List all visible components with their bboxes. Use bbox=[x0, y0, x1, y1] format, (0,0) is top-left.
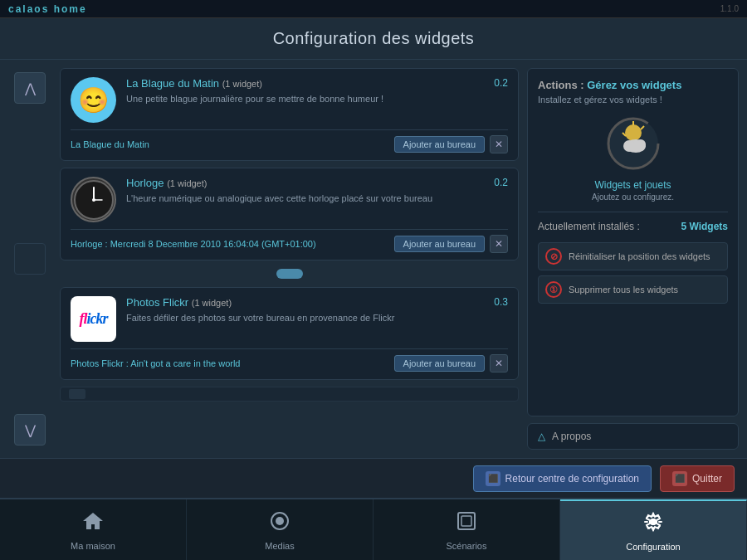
left-sidebar: ⋀ ⋁ bbox=[8, 68, 51, 450]
widget-title-flickr: Photos Flickr (1 widget) bbox=[126, 296, 484, 309]
widget-list: 😊 La Blague du Matin (1 widget) Une peti… bbox=[60, 68, 519, 450]
page-title: Configuration des widgets bbox=[273, 29, 475, 48]
svg-rect-17 bbox=[461, 516, 471, 526]
widget-status-flickr: Photos Flickr : Ain't got a care in the … bbox=[71, 358, 240, 368]
delete-all-button[interactable]: ① Supprimer tous les widgets bbox=[538, 275, 728, 304]
return-button[interactable]: ⬛ Retour centre de configuration bbox=[473, 465, 652, 492]
installed-row: Actuellement installés : 5 Widgets bbox=[538, 212, 728, 232]
widget-info-blague: La Blague du Matin (1 widget) Une petite… bbox=[126, 77, 484, 105]
weather-widget-sublabel: Ajoutez ou configurez. bbox=[538, 192, 728, 202]
nav-label-scenarios: Scénarios bbox=[447, 541, 487, 551]
svg-rect-22 bbox=[644, 521, 648, 523]
scroll-indicator bbox=[14, 243, 46, 275]
circle-icon bbox=[268, 509, 291, 538]
topbar: calaos home 1.1.0 bbox=[0, 0, 747, 18]
delete-icon: ① bbox=[545, 281, 562, 298]
svg-point-15 bbox=[276, 517, 284, 525]
reset-position-button[interactable]: ⊘ Réinitialiser la position des widgets bbox=[538, 242, 728, 270]
widget-info-horloge: Horloge (1 widget) L'heure numérique ou … bbox=[126, 177, 484, 205]
main-content: ⋀ ⋁ 😊 La Blague du Matin (1 widget) Une … bbox=[0, 60, 747, 458]
actions-title: Actions : Gérez vos widgets bbox=[538, 79, 728, 91]
topbar-logo: calaos home bbox=[8, 3, 87, 15]
apropos-label: A propos bbox=[552, 431, 591, 442]
svg-rect-21 bbox=[652, 527, 654, 531]
widget-bottom-horloge: Horloge : Mercredi 8 Decembre 2010 16:04… bbox=[71, 229, 508, 253]
widget-card-partial bbox=[60, 387, 519, 402]
close-horloge-button[interactable]: ✕ bbox=[490, 235, 508, 253]
svg-rect-16 bbox=[458, 513, 475, 529]
widget-status-horloge: Horloge : Mercredi 8 Decembre 2010 16:04… bbox=[71, 239, 316, 249]
navbar: Ma maison Medias Scénarios bbox=[0, 498, 747, 560]
svg-marker-13 bbox=[83, 513, 103, 529]
widget-icon-flickr: flickr bbox=[71, 296, 116, 342]
widget-status-blague: La Blague du Matin bbox=[71, 139, 149, 149]
svg-rect-20 bbox=[652, 513, 654, 517]
widget-card-horloge: Horloge (1 widget) L'heure numérique ou … bbox=[60, 168, 519, 261]
widget-version-horloge: 0.2 bbox=[494, 177, 508, 188]
widget-desc-horloge: L'heure numérique ou analogique avec cet… bbox=[126, 192, 484, 205]
weather-widget-label: Widgets et jouets bbox=[538, 179, 728, 191]
svg-point-11 bbox=[623, 140, 635, 152]
square-icon bbox=[455, 509, 478, 538]
svg-point-3 bbox=[92, 198, 95, 202]
scroll-thumb-area bbox=[60, 269, 519, 279]
gear-icon bbox=[642, 510, 665, 538]
nav-label-configuration: Configuration bbox=[626, 542, 680, 552]
svg-point-19 bbox=[650, 519, 657, 525]
svg-point-12 bbox=[636, 139, 646, 149]
house-icon bbox=[81, 509, 105, 538]
actions-subtitle: Installez et gérez vos widgets ! bbox=[538, 95, 728, 105]
bottom-toolbar: ⬛ Retour centre de configuration ⬛ Quitt… bbox=[0, 458, 747, 498]
add-bureau-horloge-button[interactable]: Ajouter au bureau bbox=[394, 236, 485, 252]
nav-item-medias[interactable]: Medias bbox=[187, 499, 374, 560]
nav-label-medias: Medias bbox=[265, 541, 294, 551]
scroll-thumb bbox=[276, 269, 303, 279]
nav-label-mamaison: Ma maison bbox=[71, 541, 115, 551]
topbar-version: 1.1.0 bbox=[720, 4, 739, 13]
apropos-panel[interactable]: △ A propos bbox=[527, 423, 739, 450]
widget-icon-blague: 😊 bbox=[71, 77, 116, 123]
widget-bottom-flickr: Photos Flickr : Ain't got a care in the … bbox=[71, 348, 508, 373]
widget-card-blague: 😊 La Blague du Matin (1 widget) Une peti… bbox=[60, 68, 519, 161]
widget-desc-blague: Une petite blague journalière pour se me… bbox=[126, 93, 484, 105]
svg-point-5 bbox=[625, 124, 642, 141]
installed-count: 5 Widgets bbox=[681, 221, 728, 232]
add-bureau-blague-button[interactable]: Ajouter au bureau bbox=[394, 136, 485, 153]
return-icon: ⬛ bbox=[486, 471, 500, 486]
widget-desc-flickr: Faites défiler des photos sur votre bure… bbox=[126, 312, 484, 324]
nav-item-configuration[interactable]: Configuration bbox=[560, 499, 747, 560]
widget-info-flickr: Photos Flickr (1 widget) Faites défiler … bbox=[126, 296, 484, 324]
reset-icon: ⊘ bbox=[545, 248, 562, 265]
page-title-bar: Configuration des widgets bbox=[0, 18, 747, 60]
widget-version-blague: 0.2 bbox=[494, 77, 508, 89]
widget-card-flickr: flickr Photos Flickr (1 widget) Faites d… bbox=[60, 287, 519, 380]
widget-title-blague: La Blague du Matin (1 widget) bbox=[126, 77, 484, 90]
svg-rect-23 bbox=[658, 521, 662, 523]
close-blague-button[interactable]: ✕ bbox=[490, 135, 508, 153]
right-panel: Actions : Gérez vos widgets Installez et… bbox=[527, 68, 739, 450]
add-bureau-flickr-button[interactable]: Ajouter au bureau bbox=[394, 355, 485, 372]
widget-version-flickr: 0.3 bbox=[494, 296, 508, 308]
actions-panel: Actions : Gérez vos widgets Installez et… bbox=[527, 68, 739, 416]
weather-widget-preview bbox=[604, 114, 662, 173]
widget-bottom-blague: La Blague du Matin Ajouter au bureau ✕ bbox=[71, 129, 508, 153]
close-flickr-button[interactable]: ✕ bbox=[490, 354, 508, 373]
nav-item-scenarios[interactable]: Scénarios bbox=[374, 499, 560, 560]
quit-icon: ⬛ bbox=[672, 471, 687, 486]
widget-icon-horloge bbox=[71, 177, 116, 222]
apropos-arrow-icon: △ bbox=[538, 431, 545, 442]
scroll-up-button[interactable]: ⋀ bbox=[14, 72, 46, 104]
quit-button[interactable]: ⬛ Quitter bbox=[660, 465, 735, 492]
scroll-down-button[interactable]: ⋁ bbox=[14, 414, 46, 446]
nav-item-mamaison[interactable]: Ma maison bbox=[0, 499, 187, 560]
widget-title-horloge: Horloge (1 widget) bbox=[126, 177, 484, 189]
